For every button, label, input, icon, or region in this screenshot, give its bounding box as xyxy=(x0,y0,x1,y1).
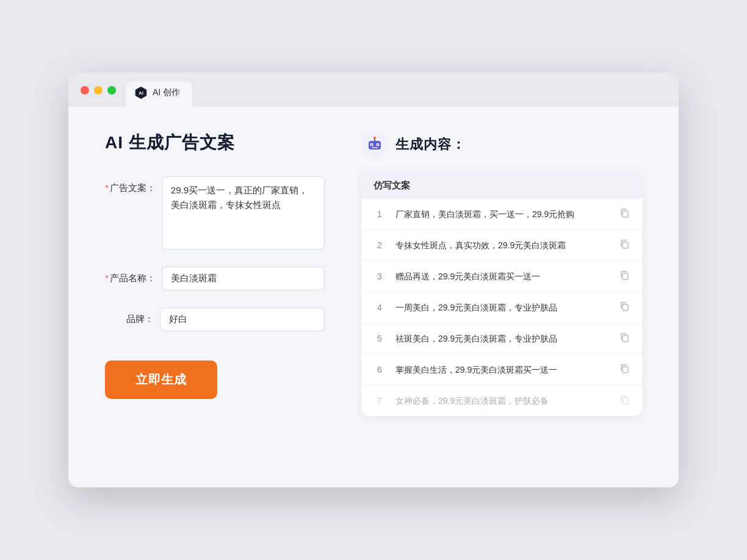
right-panel: 生成内容： 仿写文案 1厂家直销，美白淡斑霜，买一送一，29.9元抢购 2专抹女… xyxy=(361,131,642,461)
svg-rect-11 xyxy=(622,211,628,217)
result-text: 祛斑美白，29.9元美白淡斑霜，专业护肤品 xyxy=(395,332,609,345)
svg-point-6 xyxy=(371,144,372,145)
result-text: 一周美白，29.9元美白淡斑霜，专业护肤品 xyxy=(395,301,609,314)
result-number: 3 xyxy=(374,271,386,281)
result-item: 7女神必备，29.9元美白淡斑霜，护肤必备 xyxy=(361,386,642,416)
tab-label: AI 创作 xyxy=(153,87,180,98)
ad-copy-input[interactable]: 29.9买一送一，真正的厂家直销，美白淡斑霜，专抹女性斑点 xyxy=(162,176,325,249)
ai-tab-icon: AI xyxy=(134,86,148,99)
result-item: 3赠品再送，29.9元美白淡斑霜买一送一 xyxy=(361,261,642,292)
copy-icon[interactable] xyxy=(619,239,630,252)
browser-window: AI AI 创作 AI 生成广告文案 *广告文案： 29.9买一送一，真正的厂家… xyxy=(68,73,679,487)
robot-icon xyxy=(361,131,388,158)
traffic-light-green[interactable] xyxy=(107,86,116,95)
result-text: 厂家直销，美白淡斑霜，买一送一，29.9元抢购 xyxy=(395,208,609,221)
brand-input[interactable] xyxy=(160,307,325,331)
left-panel: AI 生成广告文案 *广告文案： 29.9买一送一，真正的厂家直销，美白淡斑霜，… xyxy=(105,131,325,461)
result-item: 5祛斑美白，29.9元美白淡斑霜，专业护肤品 xyxy=(361,323,642,354)
form-row-product-name: *产品名称： xyxy=(105,267,325,290)
product-name-input[interactable] xyxy=(162,267,325,290)
required-star-product-name: * xyxy=(105,273,109,283)
label-brand: 品牌： xyxy=(105,307,154,325)
result-text: 赠品再送，29.9元美白淡斑霜买一送一 xyxy=(395,270,609,283)
traffic-light-red[interactable] xyxy=(81,86,89,95)
browser-titlebar: AI AI 创作 xyxy=(68,73,679,107)
copy-icon[interactable] xyxy=(619,301,630,314)
traffic-lights xyxy=(81,86,116,102)
svg-rect-10 xyxy=(372,147,378,148)
result-item: 2专抹女性斑点，真实功效，29.9元美白淡斑霜 xyxy=(361,230,642,261)
result-text: 女神必备，29.9元美白淡斑霜，护肤必备 xyxy=(395,395,609,407)
required-star-ad-copy: * xyxy=(105,182,109,193)
result-number: 1 xyxy=(374,209,386,219)
result-card-header: 仿写文案 xyxy=(361,173,642,199)
browser-tab[interactable]: AI AI 创作 xyxy=(126,81,192,107)
result-number: 6 xyxy=(374,365,386,375)
form-row-brand: 品牌： xyxy=(105,307,325,331)
result-text: 专抹女性斑点，真实功效，29.9元美白淡斑霜 xyxy=(395,239,609,252)
result-item: 1厂家直销，美白淡斑霜，买一送一，29.9元抢购 xyxy=(361,199,642,230)
traffic-light-yellow[interactable] xyxy=(94,86,103,95)
svg-rect-12 xyxy=(622,242,628,248)
copy-icon[interactable] xyxy=(619,363,630,376)
copy-icon[interactable] xyxy=(619,207,630,221)
svg-rect-15 xyxy=(622,336,628,342)
svg-point-9 xyxy=(374,137,376,139)
svg-rect-14 xyxy=(622,304,628,311)
svg-text:AI: AI xyxy=(139,90,143,96)
result-text: 掌握美白生活，29.9元美白淡斑霜买一送一 xyxy=(395,364,609,376)
copy-icon[interactable] xyxy=(619,332,630,345)
svg-rect-17 xyxy=(622,398,628,404)
browser-content: AI 生成广告文案 *广告文案： 29.9买一送一，真正的厂家直销，美白淡斑霜，… xyxy=(68,107,679,485)
result-header: 生成内容： xyxy=(361,131,642,158)
svg-rect-13 xyxy=(622,273,628,279)
result-number: 7 xyxy=(374,396,386,406)
result-number: 2 xyxy=(374,240,386,250)
label-product-name: *产品名称： xyxy=(105,267,156,284)
result-item: 6掌握美白生活，29.9元美白淡斑霜买一送一 xyxy=(361,354,642,386)
svg-rect-16 xyxy=(622,367,628,373)
copy-icon[interactable] xyxy=(619,394,630,407)
result-number: 4 xyxy=(374,303,386,312)
svg-point-7 xyxy=(377,144,378,145)
result-number: 5 xyxy=(374,334,386,343)
result-list: 1厂家直销，美白淡斑霜，买一送一，29.9元抢购 2专抹女性斑点，真实功效，29… xyxy=(361,199,642,416)
label-ad-copy: *广告文案： xyxy=(105,176,156,194)
result-title: 生成内容： xyxy=(395,135,466,154)
generate-button[interactable]: 立即生成 xyxy=(105,361,217,399)
result-card: 仿写文案 1厂家直销，美白淡斑霜，买一送一，29.9元抢购 2专抹女性斑点，真实… xyxy=(361,173,642,416)
copy-icon[interactable] xyxy=(619,270,630,283)
result-item: 4一周美白，29.9元美白淡斑霜，专业护肤品 xyxy=(361,292,642,323)
page-title: AI 生成广告文案 xyxy=(105,131,325,154)
form-row-ad-copy: *广告文案： 29.9买一送一，真正的厂家直销，美白淡斑霜，专抹女性斑点 xyxy=(105,176,325,249)
